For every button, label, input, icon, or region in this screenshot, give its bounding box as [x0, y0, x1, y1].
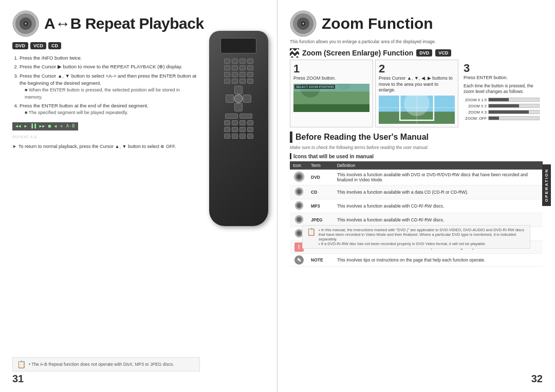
- table-cell-def-6: This involves tips or instructions on th…: [334, 254, 543, 267]
- table-cell-term-2: MP3: [308, 199, 334, 213]
- table-cell-icon-0: [290, 170, 308, 185]
- rbtn-2: [232, 59, 238, 64]
- col-icon: Icon: [290, 161, 308, 170]
- rbtn-12: [247, 72, 253, 77]
- instruction-1: Press the INFO button twice.: [20, 54, 198, 62]
- rbtn-25: [224, 134, 230, 139]
- caution-note: 📋 • The A-B Repeat function does not ope…: [12, 357, 200, 371]
- display-bar: ◀◀ ▶ ▐▐ ▶▶ ■ ◀ ⊙ A-B: [12, 122, 78, 130]
- table-row-1: CDThis involves a function available wit…: [290, 185, 543, 199]
- function-subtitle-row: Zoom (Screen Enlarge) Function DVD VCD: [290, 48, 543, 58]
- svg-point-25: [299, 176, 300, 177]
- left-disc-icon: [12, 10, 39, 37]
- subsection-bar: [290, 153, 291, 159]
- table-cell-def-0: This involves a function available with …: [334, 170, 543, 185]
- zoom-fill-3: [489, 110, 529, 114]
- rbtn-19: [239, 120, 246, 125]
- instruction-2: Press the Cursor ▶ button to move to the…: [20, 63, 198, 70]
- step-1: 1 Press ZOOM button. SELECT ZOOM POSITIO…: [290, 60, 373, 127]
- right-title-row: Zoom Function: [290, 10, 543, 37]
- display-bar-area: ◀◀ ▶ ▐▐ ▶▶ ■ ◀ ⊙ A-B REPEAT: A-B: [12, 120, 198, 140]
- left-page-title: A↔B Repeat Playback: [44, 15, 204, 32]
- rbtn-1: [224, 59, 230, 64]
- col-term: Term: [308, 161, 334, 170]
- col-def: Definition: [334, 161, 543, 170]
- dpad-up: [234, 86, 243, 94]
- remote-top: [209, 31, 268, 57]
- zoom-bar-2: ZOOM X 2: [464, 104, 540, 108]
- rbtn-26: [232, 134, 238, 139]
- dpad-center: [234, 94, 243, 103]
- rbtn-17: [224, 120, 230, 125]
- caution-text: • The A-B Repeat function does not opera…: [29, 362, 174, 367]
- before-reading-header: Before Reading the User's Manual: [290, 132, 543, 143]
- rbtn-wide-2: [239, 114, 252, 119]
- svg-rect-11: [293, 104, 369, 112]
- step-2-image: [379, 96, 455, 124]
- zoom-bar-4: ZOOM: OFF: [464, 116, 540, 121]
- instruction-4: Press the ENTER button at the end of the…: [20, 102, 198, 117]
- step-2-text: Press Cursor ▲, ▼, ◀, ▶ buttons to move …: [379, 76, 455, 94]
- dpad-right: [243, 95, 251, 103]
- table-cell-term-6: NOTE: [308, 254, 334, 267]
- table-row-6: ✎NOTEThis involves tips or instructions …: [290, 254, 543, 267]
- table-cell-icon-2: [290, 199, 308, 213]
- rbtn-22: [232, 127, 238, 132]
- section-bar: [290, 132, 292, 143]
- right-content: Zoom Function This function allows you t…: [290, 10, 543, 267]
- svg-point-9: [302, 23, 304, 25]
- rbtn-11: [239, 72, 246, 77]
- zoom-label-3: ZOOM X 3: [464, 110, 487, 115]
- instruction-3: Press the Cursor ▲, ▼ button to select <…: [20, 72, 198, 101]
- note-icon: 📋: [307, 228, 316, 236]
- svg-point-37: [299, 219, 300, 220]
- right-desc: This function allows you to enlarge a pa…: [290, 39, 543, 44]
- zoom-track-2: [488, 104, 540, 108]
- bottom-note: 📋 • In this manual, the instructions mar…: [302, 225, 530, 249]
- step-3-note: Each time the button is pressed, the zoo…: [464, 83, 540, 95]
- svg-point-4: [25, 23, 27, 25]
- svg-point-33: [299, 205, 300, 206]
- table-cell-icon-1: [290, 185, 308, 199]
- rbtn-24: [247, 127, 253, 132]
- right-page-title: Zoom Function: [322, 15, 433, 32]
- checkerboard-icon: [290, 48, 299, 58]
- operation-tab: OPERATION: [542, 164, 551, 206]
- remote-control: [205, 31, 272, 226]
- before-reading-subtitle: Make sure to check the following terms b…: [290, 145, 543, 150]
- rbtn-wide-1: [225, 114, 238, 119]
- icons-table: Icon Term Definition DVDThis involves a …: [290, 161, 543, 267]
- step-2-screen: [379, 96, 455, 124]
- step-1-screen-label: SELECT ZOOM POSITION: [294, 85, 335, 89]
- rbtn-23: [239, 127, 246, 132]
- remote-buttons: [209, 57, 268, 142]
- steps-row: 1 Press ZOOM button. SELECT ZOOM POSITIO…: [290, 60, 543, 127]
- zoom-label-4: ZOOM: OFF: [464, 116, 487, 121]
- step-3-number: 3: [464, 62, 470, 74]
- table-cell-def-1: This involves a function available with …: [334, 185, 543, 199]
- zoom-bar-1: ZOOM X 1.5: [464, 98, 540, 102]
- zoom-bars: ZOOM X 1.5 ZOOM X 2 ZOOM X 3: [464, 98, 540, 121]
- page-number-left: 31: [12, 373, 24, 385]
- step-1-number: 1: [293, 62, 300, 75]
- dpad-left: [226, 95, 234, 103]
- page-left: A↔B Repeat Playback DVD VCD CD Press the…: [0, 0, 278, 392]
- table-cell-def-2: This involves a function available with …: [334, 199, 543, 213]
- table-row-2: MP3This involves a function available wi…: [290, 199, 543, 213]
- note-2: The specified segment will be played rep…: [20, 109, 198, 117]
- zoom-track-4: [488, 116, 540, 120]
- table-cell-term-1: CD: [308, 185, 334, 199]
- rbtn-3: [239, 59, 246, 64]
- step-3-text: Press ENTER button.: [464, 75, 540, 81]
- rbtn-14: [232, 79, 238, 84]
- remote-body: [209, 31, 268, 226]
- repeat-label: REPEAT: A-B: [12, 134, 198, 140]
- zoom-fill-4: [489, 117, 499, 120]
- rbtn-18: [232, 120, 238, 125]
- table-cell-term-0: DVD: [308, 170, 334, 185]
- page-number-right: 32: [531, 373, 543, 385]
- zoom-label-2: ZOOM X 2: [464, 104, 487, 108]
- rbtn-20: [247, 120, 253, 125]
- badge-cd: CD: [48, 42, 61, 49]
- step-1-screen: SELECT ZOOM POSITION: [293, 84, 369, 112]
